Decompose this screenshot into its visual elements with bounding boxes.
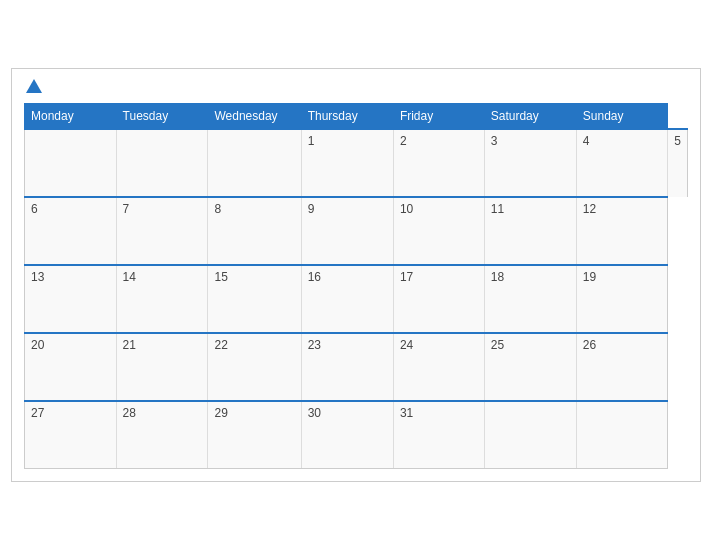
calendar-cell: 26 [576,333,667,401]
calendar-cell: 29 [208,401,301,469]
days-header-row: MondayTuesdayWednesdayThursdayFridaySatu… [25,103,688,129]
day-header-friday: Friday [393,103,484,129]
day-header-monday: Monday [25,103,117,129]
calendar-cell: 27 [25,401,117,469]
day-number: 7 [123,202,130,216]
calendar-header [24,79,688,95]
calendar-thead: MondayTuesdayWednesdayThursdayFridaySatu… [25,103,688,129]
calendar-cell [116,129,208,197]
day-number: 15 [214,270,227,284]
day-number: 8 [214,202,221,216]
day-number: 24 [400,338,413,352]
calendar-cell: 30 [301,401,393,469]
logo-triangle-icon [26,79,42,93]
logo-block [24,79,42,95]
calendar-cell: 18 [484,265,576,333]
calendar-cell: 24 [393,333,484,401]
week-row-4: 20212223242526 [25,333,688,401]
day-number: 11 [491,202,504,216]
calendar-cell: 15 [208,265,301,333]
day-number: 26 [583,338,596,352]
day-number: 10 [400,202,413,216]
calendar-cell: 31 [393,401,484,469]
day-number: 19 [583,270,596,284]
calendar-cell: 21 [116,333,208,401]
day-header-saturday: Saturday [484,103,576,129]
calendar-cell: 22 [208,333,301,401]
day-number: 5 [674,134,681,148]
day-number: 31 [400,406,413,420]
day-number: 2 [400,134,407,148]
calendar-cell: 10 [393,197,484,265]
logo-row [24,79,42,95]
calendar-cell: 9 [301,197,393,265]
calendar-tbody: 1234567891011121314151617181920212223242… [25,129,688,469]
day-header-wednesday: Wednesday [208,103,301,129]
day-number: 25 [491,338,504,352]
calendar-cell: 16 [301,265,393,333]
day-number: 28 [123,406,136,420]
day-number: 12 [583,202,596,216]
calendar-cell [576,401,667,469]
week-row-1: 12345 [25,129,688,197]
calendar-cell: 11 [484,197,576,265]
calendar-cell: 14 [116,265,208,333]
day-number: 1 [308,134,315,148]
week-row-3: 13141516171819 [25,265,688,333]
day-header-thursday: Thursday [301,103,393,129]
calendar-cell: 23 [301,333,393,401]
calendar-cell [484,401,576,469]
day-number: 20 [31,338,44,352]
day-number: 21 [123,338,136,352]
calendar-table: MondayTuesdayWednesdayThursdayFridaySatu… [24,103,688,470]
day-number: 22 [214,338,227,352]
calendar-cell [208,129,301,197]
day-header-sunday: Sunday [576,103,667,129]
day-number: 27 [31,406,44,420]
day-number: 29 [214,406,227,420]
day-number: 30 [308,406,321,420]
calendar-cell: 7 [116,197,208,265]
calendar-cell: 19 [576,265,667,333]
calendar-cell: 25 [484,333,576,401]
calendar-container: MondayTuesdayWednesdayThursdayFridaySatu… [11,68,701,483]
calendar-cell: 13 [25,265,117,333]
week-row-2: 6789101112 [25,197,688,265]
calendar-cell: 5 [668,129,688,197]
calendar-cell: 2 [393,129,484,197]
day-number: 14 [123,270,136,284]
calendar-cell: 8 [208,197,301,265]
week-row-5: 2728293031 [25,401,688,469]
day-number: 18 [491,270,504,284]
day-number: 23 [308,338,321,352]
day-number: 4 [583,134,590,148]
day-number: 6 [31,202,38,216]
calendar-cell: 28 [116,401,208,469]
calendar-cell: 6 [25,197,117,265]
day-number: 3 [491,134,498,148]
calendar-cell: 12 [576,197,667,265]
calendar-cell: 4 [576,129,667,197]
logo [24,79,42,95]
day-header-tuesday: Tuesday [116,103,208,129]
day-number: 13 [31,270,44,284]
calendar-cell: 17 [393,265,484,333]
calendar-cell: 20 [25,333,117,401]
day-number: 16 [308,270,321,284]
calendar-cell [25,129,117,197]
day-number: 9 [308,202,315,216]
calendar-cell: 3 [484,129,576,197]
day-number: 17 [400,270,413,284]
calendar-cell: 1 [301,129,393,197]
